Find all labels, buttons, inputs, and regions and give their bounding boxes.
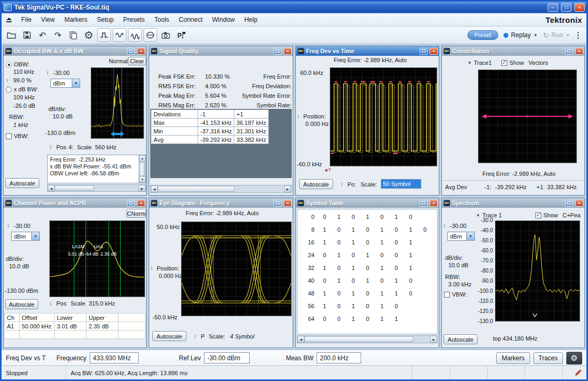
vbw-checkbox[interactable] <box>6 133 12 139</box>
menu-item-markers[interactable]: Markers <box>59 14 92 25</box>
xdb-db-value[interactable]: -26.0 dB <box>13 103 36 109</box>
meas-bw-input[interactable]: 200.0 kHz <box>317 352 361 363</box>
unit-select[interactable]: dBm▼ <box>50 79 80 88</box>
frequency-input[interactable]: 433.930 MHz <box>90 352 139 363</box>
scroll-right-arrow[interactable]: ▶ <box>139 185 146 191</box>
preset-button[interactable]: Preset <box>467 30 498 40</box>
panel-restore-button[interactable] <box>420 200 428 207</box>
pos-label[interactable]: Pos <box>56 144 66 150</box>
undo-icon[interactable]: ↶ <box>36 28 49 42</box>
position-value[interactable]: 0.000 Hz <box>305 121 329 127</box>
scale-label[interactable]: Scale <box>71 300 86 307</box>
cnorm-button[interactable]: CNorm <box>126 209 146 218</box>
dbdiv-value[interactable]: 10.0 dB <box>9 263 29 269</box>
window-titlebar[interactable]: Tek SignalVu-PC - RKE-Soul.tiq – □ × <box>2 2 586 13</box>
pos-label[interactable]: Pos <box>56 300 66 307</box>
eye-diagram-plot[interactable] <box>181 222 292 316</box>
horizontal-scrollbar[interactable]: ◀▶ <box>297 335 438 343</box>
autoscale-button[interactable]: Autoscale <box>5 299 38 309</box>
panel-restore-button[interactable] <box>127 200 135 207</box>
pos-value[interactable]: 4: <box>69 144 73 150</box>
vbw-checkbox[interactable] <box>444 292 450 298</box>
ref-level-value[interactable]: -30.00 <box>450 223 466 229</box>
dbdiv-value[interactable]: 10.0 dB <box>448 262 468 268</box>
menu-item-file[interactable]: File <box>16 14 36 25</box>
scale-value[interactable]: 315.0 kHz <box>89 300 115 307</box>
scale-value[interactable]: 560 kHz <box>95 144 116 150</box>
adjust-icon[interactable]: ↕ <box>297 114 300 119</box>
camera-icon[interactable] <box>159 28 173 42</box>
panel-titlebar[interactable]: Freq Dev vs Time × <box>296 46 439 56</box>
symbol-table-area[interactable]: 0010101081010101016101010124010100132101… <box>297 209 438 334</box>
copy-button[interactable] <box>66 28 80 42</box>
scroll-left-arrow[interactable]: ◀ <box>297 336 304 343</box>
unit-select[interactable]: dBm▼ <box>447 232 475 241</box>
trigger-marker[interactable]: ◄T <box>323 167 331 173</box>
panel-close-button[interactable]: × <box>137 200 145 207</box>
rbw-value[interactable]: 1 kHz <box>13 122 28 128</box>
scale-label[interactable]: Scale: <box>209 333 225 340</box>
log-pen-icon[interactable] <box>574 369 582 377</box>
panel-close-button[interactable]: × <box>575 48 583 55</box>
preset-flag-button[interactable]: P <box>174 28 188 42</box>
scroll-up-arrow[interactable]: ▲ <box>139 155 146 162</box>
rbw-value[interactable]: 3.00 kHz <box>448 281 471 287</box>
spectrum-plot[interactable] <box>495 221 580 321</box>
scale-label[interactable]: Scale: <box>361 181 377 188</box>
ref-level-value[interactable]: -30.00 <box>14 223 30 229</box>
panel-titlebar[interactable]: Channel Power and ACPR × <box>4 198 146 208</box>
display-selector[interactable]: Freq Dev vs T <box>6 354 46 362</box>
menu-item-help[interactable]: Help <box>240 14 262 25</box>
adjust-icon[interactable]: ↕ <box>194 334 197 339</box>
adjust-icon[interactable]: ↕ <box>7 223 10 228</box>
panel-titlebar[interactable]: Spectrum × <box>442 198 584 208</box>
menu-item-connect[interactable]: Connect <box>174 14 208 25</box>
save-button[interactable] <box>20 28 34 42</box>
panel-close-button[interactable]: × <box>430 48 438 55</box>
autoscale-button[interactable]: Autoscale <box>152 331 186 341</box>
panel-close-button[interactable]: × <box>137 48 145 55</box>
panel-restore-button[interactable] <box>565 200 573 207</box>
scroll-right-arrow[interactable]: ▶ <box>430 336 437 343</box>
position-value[interactable]: 0.000 Hz <box>159 273 182 279</box>
markers-button[interactable]: Markers <box>496 352 530 364</box>
xdb-radio[interactable] <box>6 87 12 92</box>
fm-display-button[interactable] <box>113 28 126 42</box>
obw-spectrum-plot[interactable] <box>91 67 144 139</box>
redo-icon[interactable]: ↷ <box>51 28 65 42</box>
panel-close-button[interactable]: × <box>430 200 438 207</box>
horizontal-scrollbar[interactable]: ◀▶ <box>47 184 146 192</box>
panel-titlebar[interactable]: Symbol Table × <box>296 198 439 208</box>
scroll-thumb[interactable] <box>55 185 94 191</box>
ref-level-input[interactable]: -30.00 dBm <box>204 352 250 363</box>
more-options-button[interactable] <box>575 31 581 40</box>
menu-item-view[interactable]: View <box>36 14 59 25</box>
scope-display-button[interactable] <box>143 28 157 42</box>
acpr-plot[interactable]: LA1M UA1 3.01 dB -64 dB 2.35 dB <box>49 221 145 297</box>
adjust-icon[interactable]: ↕ <box>46 70 49 75</box>
trace-expander-icon[interactable]: ▼ <box>467 61 472 65</box>
detector-label[interactable]: C+Pea <box>563 212 582 218</box>
panel-restore-button[interactable] <box>274 200 282 207</box>
settings-gear-button[interactable]: ⚙ <box>566 352 582 365</box>
menu-item-tools[interactable]: Tools <box>150 14 174 25</box>
am-display-button[interactable] <box>128 28 142 42</box>
vertical-scrollbar[interactable]: ▲▼ <box>139 155 146 183</box>
panel-titlebar[interactable]: Constellation × <box>442 46 584 56</box>
scroll-thumb[interactable] <box>158 186 235 192</box>
scale-value[interactable]: 4 Symbol <box>230 333 254 340</box>
obw-radio[interactable] <box>6 62 12 67</box>
scroll-left-arrow[interactable]: ◀ <box>151 185 158 192</box>
trace-mode-label[interactable]: Normal <box>109 58 127 64</box>
scroll-right-arrow[interactable]: ▶ <box>284 185 291 192</box>
horizontal-scrollbar[interactable]: ◀▶ <box>150 185 292 193</box>
clear-button[interactable]: Clear <box>128 57 146 65</box>
show-checkbox[interactable] <box>501 60 507 66</box>
adjust-icon[interactable]: ↕ <box>150 266 153 271</box>
scale-input[interactable]: 50 Symbol <box>381 179 421 189</box>
ref-level-value[interactable]: -30.00 <box>53 70 70 76</box>
adjust-icon[interactable]: ↕ <box>340 182 343 187</box>
panel-close-button[interactable]: × <box>284 48 292 55</box>
minimize-button[interactable]: – <box>548 3 558 12</box>
panel-restore-button[interactable] <box>127 48 135 55</box>
